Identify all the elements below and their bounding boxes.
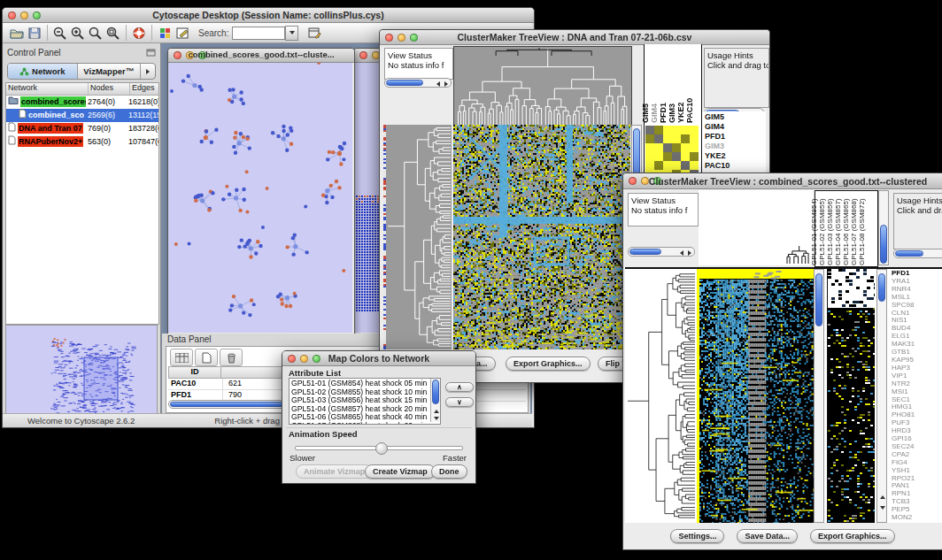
tv1-row-label[interactable]: GIM5: [705, 112, 766, 122]
col-nodes[interactable]: Nodes: [89, 83, 130, 95]
matrix-cell[interactable]: [690, 134, 699, 143]
zoom-out-icon[interactable]: [51, 25, 69, 41]
matrix-cell[interactable]: [663, 126, 672, 134]
matrix-cell[interactable]: [681, 152, 690, 161]
tv2-secondary-matrix[interactable]: [827, 269, 875, 523]
tv1-row-label[interactable]: YKE2: [705, 151, 766, 161]
search-input[interactable]: [232, 27, 285, 40]
network-view-1-canvas[interactable]: [168, 63, 352, 333]
tv2-genelist-vscrollbar[interactable]: [876, 269, 887, 523]
matrix-cell[interactable]: [663, 143, 672, 152]
matrix-cell[interactable]: [681, 126, 690, 134]
matrix-cell[interactable]: [645, 134, 654, 143]
matrix-cell[interactable]: [681, 161, 690, 170]
tv2-collabel-vscrollbar[interactable]: [878, 190, 889, 265]
tv2-col-label[interactable]: GPL51-02 (GSM855): [818, 198, 826, 265]
tv1-col-label[interactable]: PFD1: [659, 103, 668, 123]
matrix-cell[interactable]: [645, 143, 654, 152]
dialog-button-create-vizmap[interactable]: Create Vizmap: [365, 464, 436, 479]
matrix-cell[interactable]: [654, 161, 663, 170]
treeview1-titlebar[interactable]: ClusterMaker TreeView : DNA and Tran 07-…: [380, 30, 769, 45]
tv2-button-settings[interactable]: Settings...: [670, 529, 724, 543]
tab-network[interactable]: Network: [8, 64, 78, 79]
tv2-col-label[interactable]: GPL51-08 (GSM872): [858, 198, 866, 265]
matrix-cell[interactable]: [681, 143, 690, 152]
tv1-row-dendrogram[interactable]: [383, 125, 452, 349]
annotation-icon[interactable]: [174, 25, 191, 41]
tv2-column-dendrogram[interactable]: [699, 190, 813, 265]
tv2-gene-label[interactable]: MON2: [892, 514, 942, 522]
open-icon[interactable]: [8, 25, 26, 41]
map-dialog-titlebar[interactable]: Map Colors to Network: [282, 351, 475, 366]
tv2-col-label[interactable]: GPL51-01 (GSM854): [810, 198, 818, 265]
slider-thumb[interactable]: [375, 442, 388, 455]
matrix-cell[interactable]: [672, 152, 681, 161]
tv1-row-label[interactable]: PFD1: [705, 132, 766, 142]
main-titlebar[interactable]: Cytoscape Desktop (Session Name: collins…: [3, 8, 534, 23]
tv2-col-label[interactable]: GPL51-06 (GSM865): [842, 198, 850, 265]
tv1-col-label[interactable]: GIM4: [650, 104, 659, 123]
tab-overflow-arrow[interactable]: [141, 64, 155, 79]
tv1-row-label[interactable]: GIM4: [705, 122, 766, 132]
tv2-left-hscrollbar[interactable]: [628, 247, 695, 257]
matrix-cell[interactable]: [645, 126, 654, 134]
search-dropdown-button[interactable]: [285, 26, 298, 41]
col-network[interactable]: Network: [6, 83, 89, 95]
tab-vizmapper[interactable]: VizMapper™: [78, 64, 141, 79]
tv1-row-label[interactable]: GIM3: [705, 142, 766, 151]
datapanel-table-icon[interactable]: [170, 349, 193, 366]
network-table-row[interactable]: combined_scores2764(0)16218(0): [6, 96, 158, 109]
network-table-row[interactable]: combined_sco2569(6)13112(15): [6, 109, 158, 122]
zoom-fit-icon[interactable]: [87, 25, 104, 41]
matrix-cell[interactable]: [663, 134, 672, 143]
tv2-button-save-data[interactable]: Save Data...: [737, 529, 798, 543]
matrix-cell[interactable]: [645, 152, 654, 161]
move-up-button[interactable]: ∧: [445, 382, 474, 392]
dialog-button-animate-vizmap[interactable]: Animate Vizmap: [296, 464, 373, 479]
attribute-list-item[interactable]: GPL51-07 (GSM868) heat shock 60 min: [291, 422, 438, 425]
matrix-cell[interactable]: [645, 161, 654, 170]
matrix-cell[interactable]: [690, 126, 699, 134]
matrix-cell[interactable]: [663, 161, 672, 170]
matrix-cell[interactable]: [654, 126, 663, 134]
plugins-icon[interactable]: [156, 25, 174, 41]
matrix-cell[interactable]: [654, 152, 663, 161]
tv1-left-hscrollbar[interactable]: [384, 78, 452, 88]
dialog-button-done[interactable]: Done: [431, 464, 467, 479]
zoom-in-icon[interactable]: [69, 25, 87, 41]
save-icon[interactable]: [26, 25, 43, 41]
network-table-row[interactable]: RNAPuberNov2+563(0)107847(0): [6, 135, 158, 149]
treeview2-titlebar[interactable]: ClusterMaker TreeView : combined_scores_…: [623, 173, 942, 189]
matrix-cell[interactable]: [663, 152, 672, 161]
tv1-similarity-matrix[interactable]: [645, 126, 699, 179]
tv2-heatmap-vscrollbar[interactable]: [814, 269, 824, 523]
help-lifering-icon[interactable]: [130, 25, 148, 41]
datapanel-trash-icon[interactable]: [220, 349, 243, 366]
tv1-row-label[interactable]: PAC10: [705, 161, 766, 171]
network-overview-canvas[interactable]: [5, 325, 158, 415]
matrix-cell[interactable]: [672, 134, 681, 143]
data-col-id[interactable]: ID: [169, 367, 221, 378]
tv2-col-label[interactable]: GPL51-03 (GSM856): [826, 198, 834, 265]
tv1-col-label[interactable]: PAC10: [685, 98, 694, 123]
tv2-row-dendrogram[interactable]: [625, 269, 697, 523]
zoom-actual-icon[interactable]: [104, 25, 122, 41]
tv1-button-export-graphics[interactable]: Export Graphics...: [506, 357, 591, 371]
col-edges[interactable]: Edges: [130, 83, 158, 95]
move-down-button[interactable]: ∨: [445, 397, 474, 407]
tv1-col-label[interactable]: GIM3: [668, 104, 676, 123]
matrix-cell[interactable]: [672, 143, 681, 152]
tv2-heatmap[interactable]: [699, 269, 814, 523]
network-table-row[interactable]: DNA and Tran 07769(0)183728(0): [6, 122, 158, 135]
tv1-column-dendrogram[interactable]: [453, 46, 632, 127]
matrix-cell[interactable]: [681, 134, 690, 143]
attribute-listbox[interactable]: GPL51-01 (GSM854) heat shock 05 minGPL51…: [289, 378, 441, 425]
tv2-col-label[interactable]: GPL51-07 (GSM868): [850, 198, 858, 265]
matrix-cell[interactable]: [654, 143, 663, 152]
matrix-cell[interactable]: [690, 143, 699, 152]
float-panel-icon[interactable]: [146, 44, 156, 60]
matrix-cell[interactable]: [654, 134, 663, 143]
attribute-browser-icon[interactable]: [305, 25, 323, 41]
tv1-heatmap[interactable]: [453, 125, 630, 349]
datapanel-newfile-icon[interactable]: [195, 349, 218, 366]
